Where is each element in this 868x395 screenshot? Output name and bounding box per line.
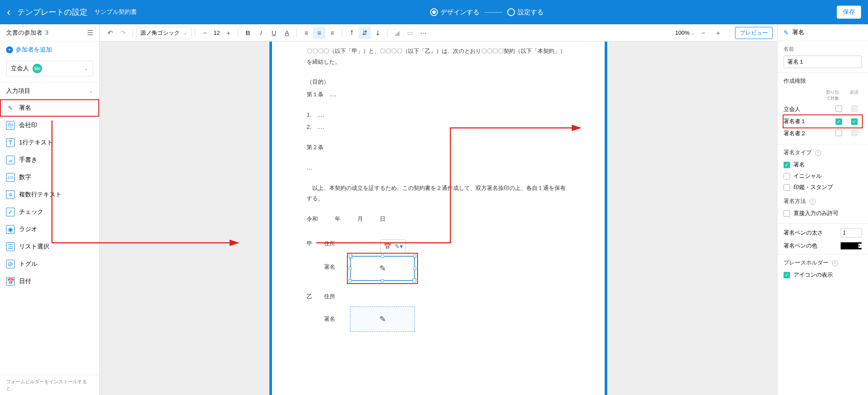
save-button[interactable]: 保存 [837, 6, 861, 19]
item-icon: ◉ [6, 225, 15, 234]
undo-button[interactable]: ↶ [104, 27, 116, 39]
sig-type-checkbox[interactable] [784, 173, 790, 180]
doc-date: 令和 年 月 日 [307, 214, 570, 225]
editor-center: ↶ ↷ 源ノ角ゴシック ⌄ − 12 + B I U A ≡ ≡ ≡ ⤒ ⇵ ⤓ [100, 24, 777, 395]
more-button[interactable]: ⋯ [417, 27, 429, 39]
step-radio-active-icon [430, 8, 438, 16]
font-decrease-button[interactable]: − [199, 27, 211, 39]
assign-checkbox[interactable]: ✓ [836, 118, 842, 125]
signature-field-empty[interactable]: ✎ [350, 307, 415, 332]
step-design[interactable]: デザインする [430, 8, 479, 16]
participants-count: 3 [45, 29, 49, 36]
align-right-button[interactable]: ≡ [326, 27, 338, 39]
participant-select[interactable]: 立会人 Me ⌄ [6, 61, 93, 76]
pen-color-label: 署名ペンの色 [784, 242, 817, 250]
font-increase-button[interactable]: + [222, 27, 234, 39]
help-icon[interactable]: ? [810, 199, 816, 205]
input-item-リスト選択[interactable]: ☰リスト選択 [0, 238, 99, 255]
italic-button[interactable]: I [255, 27, 267, 39]
sig-type-checkbox[interactable] [784, 184, 790, 191]
item-icon: ⊘ [6, 260, 15, 268]
party-otsu: 乙 [307, 291, 315, 302]
header-subtitle: サンプル契約書 [94, 8, 137, 16]
direct-input-checkbox[interactable] [784, 210, 790, 217]
zoom-control: 100% ⌄ [675, 29, 695, 36]
help-icon[interactable]: ? [815, 150, 821, 156]
input-item-トグル[interactable]: ⊘トグル [0, 255, 99, 273]
sig-type-row: イニシャル [784, 170, 862, 182]
calendar-icon[interactable]: 📅 [382, 241, 392, 251]
valign-top-button[interactable]: ⤒ [346, 27, 358, 39]
input-item-チェック[interactable]: ✓チェック [0, 203, 99, 221]
align-left-button[interactable]: ≡ [300, 27, 312, 39]
step-settings[interactable]: 設定する [507, 8, 544, 16]
bold-button[interactable]: B [242, 27, 254, 39]
required-checkbox[interactable] [851, 130, 858, 136]
header-left: ‹ テンプレートの設定 サンプル契約書 [7, 6, 137, 18]
pen-width-input[interactable] [840, 228, 862, 238]
header-title: テンプレートの設定 [17, 7, 87, 17]
add-participant-button[interactable]: + 参加者を追加 [0, 42, 99, 58]
back-icon[interactable]: ‹ [7, 6, 10, 18]
required-checkbox[interactable] [851, 105, 858, 112]
input-item-ラジオ[interactable]: ◉ラジオ [0, 221, 99, 238]
step-radio-icon [507, 8, 515, 16]
font-family-select[interactable]: 源ノ角ゴシック ⌄ [136, 27, 191, 39]
perm-row: 署名者１✓✓ [784, 115, 862, 127]
item-icon: 123 [6, 173, 15, 182]
pen-color-picker[interactable] [840, 242, 862, 250]
input-item-1行テキスト[interactable]: T1行テキスト [0, 134, 99, 151]
text-color-button[interactable]: A [281, 27, 293, 39]
input-item-会社印[interactable]: ㊞会社印 [0, 117, 99, 134]
item-icon: ㊞ [6, 121, 15, 130]
redo-button[interactable]: ↷ [117, 27, 129, 39]
help-icon[interactable]: ? [832, 260, 838, 266]
input-item-署名[interactable]: ✎署名 [0, 99, 99, 117]
border-button[interactable]: ▭ [404, 27, 416, 39]
valign-middle-button[interactable]: ⇵ [359, 27, 371, 39]
canvas[interactable]: 〇〇〇〇（以下「甲」）と、〇〇〇〇（以下「乙」）は、次のとおり〇〇〇〇契約（以下… [100, 42, 777, 395]
participants-header: 文書の参加者 3 ☰ [0, 24, 99, 42]
doc-article2: 第２条 [307, 142, 570, 153]
list-icon[interactable]: ☰ [87, 29, 93, 37]
field-name-input[interactable] [784, 55, 862, 68]
zoom-in-button[interactable]: + [712, 27, 724, 39]
valign-bottom-button[interactable]: ⤓ [372, 27, 384, 39]
party-kou: 甲 [307, 238, 315, 249]
input-item-複数行テキスト[interactable]: ≡複数行テキスト [0, 186, 99, 203]
pen-width-label: 署名ペンの太さ [784, 229, 823, 237]
underline-button[interactable]: U [268, 27, 280, 39]
item-icon: 𝒶 [6, 156, 15, 164]
preview-button[interactable]: プレビュー [735, 27, 773, 39]
step-connector [485, 12, 502, 13]
sidebar-footer: フォームビルダーをインストールすると、 [0, 375, 99, 395]
item-icon: ✓ [6, 208, 15, 216]
editor-toolbar: ↶ ↷ 源ノ角ゴシック ⌄ − 12 + B I U A ≡ ≡ ≡ ⤒ ⇵ ⤓ [100, 24, 777, 42]
plus-icon: + [6, 46, 13, 53]
sig-type-checkbox[interactable]: ✓ [784, 162, 790, 168]
right-sidebar: ✎ 署名 名前 作成権限 割り当て対象 必須 立会人署名者１✓✓署名者２ 署名タ… [777, 24, 868, 395]
placeholder-icon-checkbox[interactable]: ✓ [784, 272, 790, 278]
assign-checkbox[interactable] [836, 105, 842, 112]
perm-title: 作成権限 [784, 77, 862, 85]
input-item-数字[interactable]: 123数字 [0, 169, 99, 186]
assign-checkbox[interactable] [836, 130, 842, 136]
input-item-手書き[interactable]: 𝒶手書き [0, 151, 99, 169]
perm-row: 署名者２ [784, 127, 862, 140]
signature-field-selected[interactable]: ✎ [350, 256, 415, 281]
doc-article1: 第１条 …. [307, 89, 570, 100]
fill-color-button[interactable]: ◢ [391, 27, 403, 39]
input-items-header[interactable]: 入力項目 ⌄ [0, 82, 99, 99]
chevron-down-icon[interactable]: ⌄ [690, 30, 695, 36]
doc-ellipsis: … [307, 163, 570, 173]
doc-closing: 以上、本契約の成立を証するため、この契約書を２通作成して、双方署名捺印の上、各自… [307, 183, 570, 204]
chevron-down-icon: ⌄ [183, 30, 188, 36]
zoom-out-button[interactable]: − [697, 27, 709, 39]
perm-head-assign: 割り当て対象 [825, 89, 840, 101]
required-checkbox[interactable]: ✓ [851, 118, 858, 125]
align-center-button[interactable]: ≡ [313, 27, 325, 39]
item-icon: ✎ [6, 104, 15, 112]
input-item-日付[interactable]: 📅日付 [0, 273, 99, 290]
signature-tool-icon[interactable]: ✎▾ [393, 241, 404, 251]
pen-icon: ✎ [784, 29, 789, 36]
